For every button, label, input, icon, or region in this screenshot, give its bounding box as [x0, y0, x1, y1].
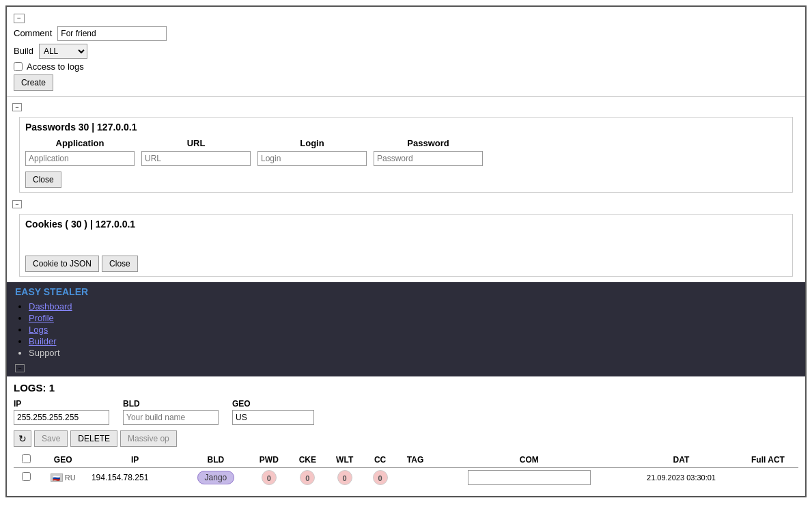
nav-item-profile[interactable]: Profile: [29, 313, 797, 323]
passwords-filter-url: URL: [141, 138, 251, 166]
bld-badge: Jango: [197, 471, 235, 484]
th-bld: BLD: [182, 452, 249, 468]
access-logs-checkbox[interactable]: [14, 62, 23, 71]
logs-section: LOGS: 1 IP BLD GEO ↻ Save DELETE Massive…: [7, 376, 805, 493]
cookies-close-button[interactable]: Close: [102, 256, 138, 272]
logs-title: LOGS: 1: [14, 382, 798, 394]
collapse-nav-btn[interactable]: −: [15, 364, 25, 372]
comment-label: Comment: [14, 28, 52, 38]
row-com: [434, 467, 625, 487]
table-row: 🇷🇺 RU 194.154.78.251 Jango 0 0: [14, 467, 798, 487]
nav-bar: EASY STEALER Dashboard Profile Logs Buil…: [7, 282, 805, 376]
cookie-to-json-button[interactable]: Cookie to JSON: [25, 256, 99, 272]
nav-brand[interactable]: EASY STEALER: [15, 286, 88, 297]
row-bld: Jango: [182, 467, 249, 487]
geo-filter-group: GEO: [232, 399, 314, 425]
ip-label: IP: [14, 399, 109, 409]
application-input[interactable]: [25, 151, 135, 166]
save-button[interactable]: Save: [34, 430, 68, 447]
row-checkbox[interactable]: [22, 472, 31, 481]
login-input[interactable]: [257, 151, 367, 166]
passwords-filter-password: Password: [374, 138, 483, 166]
row-full-act: [738, 467, 798, 487]
nav-link-dashboard[interactable]: Dashboard: [29, 301, 72, 312]
bld-input[interactable]: [123, 410, 219, 425]
th-com: COM: [434, 452, 625, 468]
nav-list: Dashboard Profile Logs Builder Support: [15, 301, 797, 358]
create-section: − Comment Build ALL Debug Release Access…: [7, 7, 805, 97]
passwords-filter-app: Application: [25, 138, 135, 166]
th-geo: GEO: [39, 452, 87, 468]
ip-input[interactable]: [14, 410, 109, 425]
nav-item-builder[interactable]: Builder: [29, 336, 797, 346]
th-tag: TAG: [397, 452, 433, 468]
th-cc: CC: [363, 452, 397, 468]
table-header-row: GEO IP BLD PWD CKE WLT CC TAG COM DAT Fu…: [14, 452, 798, 468]
th-full-act: Full ACT: [738, 452, 798, 468]
nav-item-logs[interactable]: Logs: [29, 325, 797, 335]
logs-filter-row: IP BLD GEO: [14, 399, 798, 425]
row-cc: 0: [363, 467, 397, 487]
flag-icon: 🇷🇺: [51, 473, 63, 482]
delete-button[interactable]: DELETE: [70, 430, 117, 447]
select-all-checkbox[interactable]: [22, 454, 31, 463]
geo-label: GEO: [232, 399, 314, 409]
passwords-section: Passwords 30 | 127.0.0.1 Application URL…: [19, 117, 793, 193]
row-wlt: 0: [326, 467, 363, 487]
col-login-label: Login: [257, 138, 367, 148]
col-password-label: Password: [374, 138, 483, 148]
bld-filter-group: BLD: [123, 399, 219, 425]
nav-item-support: Support: [29, 348, 797, 358]
bld-label: BLD: [123, 399, 219, 409]
passwords-close-button[interactable]: Close: [25, 171, 61, 188]
row-pwd: 0: [249, 467, 289, 487]
collapse-create-btn[interactable]: −: [14, 14, 25, 23]
build-select[interactable]: ALL Debug Release: [39, 44, 87, 59]
passwords-filter-row: Application URL Login Password: [25, 138, 787, 166]
row-tag: [397, 467, 433, 487]
passwords-filter-login: Login: [257, 138, 367, 166]
collapse-cookies-btn[interactable]: −: [12, 200, 22, 208]
create-button[interactable]: Create: [14, 74, 53, 91]
access-logs-label: Access to logs: [27, 61, 84, 72]
url-input[interactable]: [141, 151, 251, 166]
passwords-wrapper: − Passwords 30 | 127.0.0.1 Application U…: [12, 101, 800, 193]
com-input[interactable]: [468, 470, 591, 485]
row-geo: 🇷🇺 RU: [39, 467, 87, 487]
cookies-title: Cookies ( 30 ) | 127.0.0.1: [25, 219, 787, 230]
th-ip: IP: [87, 452, 182, 468]
main-container: − Comment Build ALL Debug Release Access…: [5, 5, 807, 497]
th-check: [14, 452, 39, 468]
pwd-badge: 0: [262, 470, 277, 485]
passwords-title: Passwords 30 | 127.0.0.1: [25, 122, 787, 133]
geo-input[interactable]: [232, 410, 314, 425]
row-dat: 21.09.2023 03:30:01: [625, 467, 738, 487]
logs-table: GEO IP BLD PWD CKE WLT CC TAG COM DAT Fu…: [14, 452, 798, 487]
nav-link-builder[interactable]: Builder: [29, 336, 56, 346]
massive-op-button[interactable]: Massive op: [120, 430, 177, 447]
cookies-section: Cookies ( 30 ) | 127.0.0.1 Cookie to JSO…: [19, 214, 793, 277]
action-row: ↻ Save DELETE Massive op: [14, 430, 798, 447]
refresh-button[interactable]: ↻: [14, 430, 31, 447]
row-check: [14, 467, 39, 487]
col-application-label: Application: [25, 138, 135, 148]
row-ip: 194.154.78.251: [87, 467, 182, 487]
row-cke: 0: [289, 467, 326, 487]
comment-input[interactable]: [57, 26, 167, 41]
nav-item-dashboard[interactable]: Dashboard: [29, 301, 797, 312]
cke-badge: 0: [300, 470, 315, 485]
col-url-label: URL: [141, 138, 251, 148]
th-cke: CKE: [289, 452, 326, 468]
nav-link-profile[interactable]: Profile: [29, 313, 54, 323]
nav-link-logs[interactable]: Logs: [29, 325, 48, 335]
ip-filter-group: IP: [14, 399, 109, 425]
geo-value: RU: [65, 473, 76, 482]
collapse-passwords-btn[interactable]: −: [12, 103, 22, 111]
cc-badge: 0: [373, 470, 388, 485]
th-wlt: WLT: [326, 452, 363, 468]
build-label: Build: [14, 46, 33, 56]
nav-support-text: Support: [29, 348, 60, 358]
wlt-badge: 0: [337, 470, 352, 485]
password-input[interactable]: [374, 151, 483, 166]
th-pwd: PWD: [249, 452, 289, 468]
